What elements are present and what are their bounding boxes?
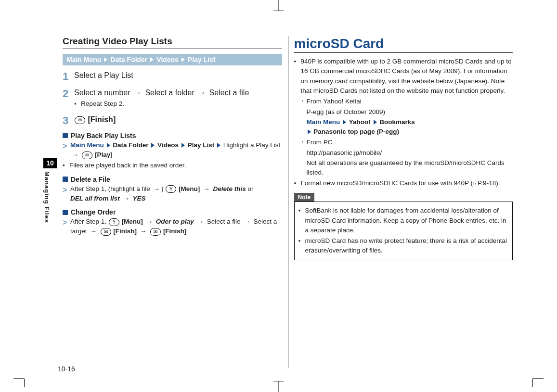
- nav-item: Data Folder: [110, 56, 147, 63]
- chevron-right-icon: [343, 120, 346, 125]
- yahoo-subtext: P-egg (as of October 2009): [294, 107, 513, 117]
- nav-item: Play List: [188, 141, 215, 149]
- menu-option: DEL all from list: [70, 195, 120, 202]
- procedure-line: > After Step 1, Y [Menu] → Oder to play …: [63, 217, 282, 237]
- nav-item: Bookmarks: [379, 118, 415, 126]
- arrow-right-icon: →: [123, 195, 130, 202]
- paragraph: 940P is compatible with up to 2 GB comme…: [294, 57, 513, 96]
- mail-key-icon: ✉: [82, 152, 92, 159]
- y-key-icon: Y: [166, 185, 176, 193]
- y-key-icon: Y: [109, 218, 119, 226]
- page-content: Creating Video Play Lists Main Menu Data…: [58, 36, 518, 368]
- chevron-right-icon: [107, 143, 110, 148]
- nav-item: Main Menu: [70, 141, 104, 149]
- arrow-right-icon: →: [244, 218, 250, 225]
- procedure-text: Highlight a Play List: [223, 141, 281, 149]
- crop-mark-bottom: [278, 381, 279, 392]
- nav-line: Main Menu Yahoo! Bookmarks Panasonic top…: [294, 117, 513, 137]
- nav-item: Panasonic top page (P-egg): [313, 128, 399, 135]
- page-number: 10-16: [58, 365, 75, 373]
- crop-mark-corner-br: [527, 371, 544, 387]
- step-number: 3: [63, 114, 74, 127]
- arrow-right-icon: →: [197, 218, 204, 225]
- page-ref: P.9-18: [478, 179, 496, 187]
- paragraph: Format new microSD/microSDHC Cards for u…: [294, 178, 513, 188]
- step-note: Repeat Step 2.: [74, 99, 282, 109]
- menu-label: [Menu]: [122, 218, 143, 225]
- chevron-right-icon: [181, 143, 185, 148]
- finish-label: [Finish]: [113, 228, 137, 235]
- square-bullet-icon: [63, 210, 68, 215]
- note-box: SoftBank is not liable for damages from …: [294, 202, 513, 260]
- nav-item: Videos: [156, 56, 179, 63]
- crop-mark-top: [278, 0, 279, 11]
- left-heading: Creating Video Play Lists: [63, 36, 282, 49]
- subsection-change-order: Change Order: [63, 208, 282, 216]
- source-pc: From PC: [294, 138, 513, 147]
- gt-marker-icon: >: [63, 184, 67, 196]
- arrow-right-icon: →: [198, 89, 206, 97]
- menu-option: YES: [133, 195, 146, 202]
- arrow-right-icon: →: [90, 228, 97, 235]
- mail-key-icon: ✉: [150, 228, 161, 236]
- arrow-right-icon: →: [154, 185, 160, 192]
- step-text: Select a file: [209, 89, 249, 97]
- procedure-text: After Step 1,: [70, 218, 106, 225]
- note-text: Files are played back in the saved order…: [63, 161, 282, 170]
- pointing-hand-icon: ☞: [473, 179, 478, 188]
- step-label: [Finish]: [88, 115, 116, 124]
- source-yahoo: From Yahoo! Keitai: [294, 97, 513, 106]
- procedure-line: > After Step 1, (highlight a file →) Y […: [63, 184, 282, 204]
- text: ).: [496, 179, 500, 187]
- mail-key-icon: ✉: [75, 116, 85, 124]
- menu-option: Delete this: [213, 185, 246, 192]
- note-item: microSD Card has no write protect featur…: [298, 236, 509, 256]
- nav-item: Yahoo!: [349, 118, 371, 126]
- chevron-right-icon: [151, 143, 155, 148]
- menu-option: Oder to play: [156, 218, 194, 225]
- text: Format new microSD/microSDHC Cards for u…: [301, 179, 473, 187]
- step-2: 2 Select a number → Select a folder → Se…: [63, 88, 282, 110]
- mail-key-icon: ✉: [101, 228, 111, 236]
- note-label: Note: [294, 193, 315, 202]
- arrow-right-icon: →: [203, 185, 210, 192]
- subsection-title: Change Order: [71, 208, 116, 216]
- step-1: 1 Select a Play List: [63, 70, 282, 83]
- procedure-text: Select a file: [207, 218, 241, 225]
- pc-url: http://panasonic.jp/mobile/: [294, 148, 513, 158]
- pc-note: Not all operations are guaranteed by the…: [294, 158, 513, 178]
- arrow-right-icon: →: [72, 151, 78, 158]
- subsection-delete-file: Delete a File: [63, 176, 282, 183]
- nav-item: Play List: [188, 56, 216, 63]
- nav-item: Data Folder: [113, 141, 148, 149]
- chevron-right-icon: [308, 129, 311, 134]
- menu-label: [Menu]: [179, 185, 200, 192]
- nav-item: Main Menu: [66, 56, 101, 63]
- procedure-line: > Main Menu Data Folder Videos Play List…: [63, 140, 282, 160]
- step-number: 1: [63, 70, 74, 83]
- step-3: 3 ✉ [Finish]: [63, 114, 282, 127]
- crop-mark-corner-bl: [13, 371, 30, 387]
- arrow-right-icon: →: [140, 228, 147, 235]
- chevron-right-icon: [181, 57, 185, 62]
- procedure-text: After Step 1, (highlight a file: [70, 185, 150, 192]
- subsection-title: Delete a File: [71, 176, 110, 183]
- chevron-right-icon: [150, 57, 154, 62]
- breadcrumb-nav: Main Menu Data Folder Videos Play List: [63, 54, 282, 65]
- note-item: SoftBank is not liable for damages from …: [298, 206, 509, 235]
- subsection-title: Play Back Play Lists: [71, 132, 136, 139]
- chapter-number: 10: [43, 158, 57, 168]
- arrow-right-icon: →: [146, 218, 153, 225]
- step-text: Select a folder: [145, 89, 194, 97]
- right-column: microSD Card 940P is compatible with up …: [288, 36, 518, 368]
- side-tab: 10 Managing Files: [43, 158, 57, 223]
- gt-marker-icon: >: [63, 140, 67, 152]
- step-text: Select a Play List: [74, 70, 282, 81]
- chevron-right-icon: [104, 57, 107, 62]
- section-label: Managing Files: [43, 171, 51, 223]
- text-or: or: [247, 185, 253, 192]
- nav-item: Main Menu: [307, 118, 340, 126]
- arrow-right-icon: →: [134, 89, 142, 97]
- action-label: [Play]: [95, 151, 113, 158]
- square-bullet-icon: [63, 133, 68, 138]
